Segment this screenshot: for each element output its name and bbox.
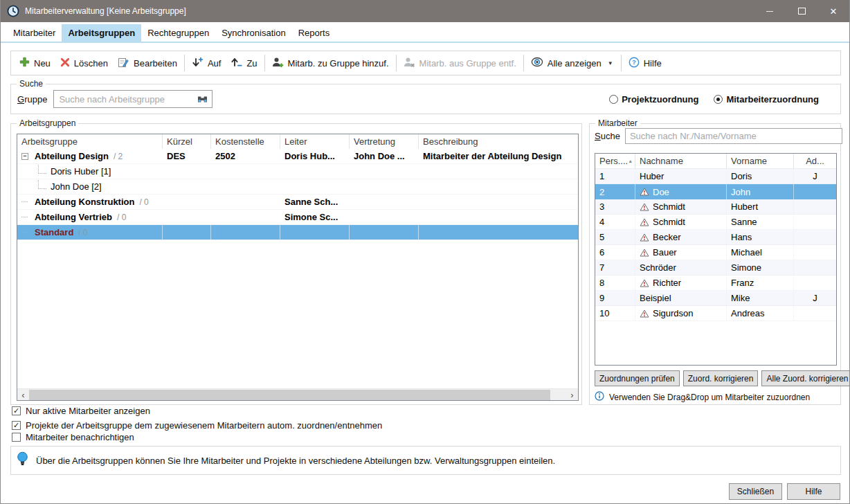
help-button[interactable]: ? Hilfe: [624, 53, 667, 73]
radio-projektzuordnung[interactable]: Projektzuordnung: [609, 94, 698, 105]
column-header-leiter[interactable]: Leiter: [280, 134, 350, 149]
window-controls: ✕: [754, 0, 849, 22]
lightbulb-icon: [17, 451, 28, 469]
scrollbar-thumb[interactable]: [29, 390, 550, 400]
warning-icon: [640, 188, 649, 196]
edit-button[interactable]: Bearbeiten: [113, 53, 182, 73]
groups-table: Arbeitsgruppe Kürzel Kostenstelle Leiter…: [17, 134, 579, 401]
tree-branch-icon: [21, 232, 28, 233]
toolbar-separator: [621, 55, 622, 71]
group-row-abteilung-konstruktion[interactable]: Abteilung Konstruktion / 0 Sanne Sch...: [17, 195, 578, 210]
employee-row[interactable]: 5 Becker Hans: [595, 230, 836, 245]
search-groupbox: Suche Gruppe Projektzuordnung: [10, 84, 841, 114]
radio-circle: [609, 95, 618, 104]
warning-icon: [640, 218, 649, 226]
tab-reports[interactable]: Reports: [292, 24, 336, 42]
employee-row[interactable]: 3 Schmidt Hubert: [595, 199, 836, 215]
column-header-kuerzel[interactable]: Kürzel: [163, 134, 211, 149]
toolbar-separator: [264, 55, 265, 71]
employee-row[interactable]: 8 Richter Franz: [595, 276, 836, 291]
warning-icon: [640, 309, 649, 318]
maximize-button[interactable]: [786, 0, 817, 22]
column-header-vertretung[interactable]: Vertretung: [350, 134, 419, 149]
group-search-input[interactable]: [53, 90, 212, 108]
employee-search-label: Suche: [595, 131, 620, 141]
radio-circle: [714, 95, 723, 104]
horizontal-scrollbar[interactable]: ‹ ›: [17, 388, 578, 400]
new-button[interactable]: Neu: [15, 53, 55, 73]
employee-row[interactable]: 7 Schröder Simone: [595, 260, 836, 276]
tree-branch-icon: [38, 180, 46, 189]
tree-branch-icon: [38, 165, 46, 174]
employee-row[interactable]: 1 Huber Doris J: [595, 169, 836, 184]
group-member-row-john-doe[interactable]: John Doe [2]: [17, 179, 578, 195]
correct-all-assignments-button[interactable]: Alle Zuord. korrigieren: [761, 370, 850, 386]
maximize-icon: [798, 8, 806, 15]
tab-mitarbeiter[interactable]: Mitarbeiter: [7, 24, 62, 42]
employee-row[interactable]: 10 Sigurdson Andreas: [595, 306, 836, 321]
checkbox-icon: ✓: [12, 421, 21, 430]
minimize-button[interactable]: [754, 0, 786, 22]
employees-groupbox: Mitarbeiter Suche Pers.... ▲ Nachname Vo…: [589, 123, 841, 405]
collapse-icon[interactable]: −: [21, 153, 28, 160]
scroll-left-icon[interactable]: ‹: [17, 389, 29, 401]
column-header-persnr[interactable]: Pers.... ▲: [595, 154, 635, 168]
eye-icon: [531, 57, 543, 69]
checkbox-active-employees[interactable]: ✓ Nur aktive Mitarbeiter anzeigen: [12, 405, 635, 416]
minimize-icon: [766, 11, 773, 12]
checkbox-notify-employees[interactable]: ✓ Mitarbeiter benachrichtigen: [12, 431, 635, 442]
employee-row[interactable]: 4 Schmidt Sanne: [595, 215, 836, 230]
close-button[interactable]: ✕: [817, 0, 849, 22]
column-header-ad[interactable]: Ad...: [794, 154, 836, 168]
warning-icon: [640, 233, 649, 242]
help-icon: ?: [629, 57, 640, 70]
edit-icon: [118, 57, 129, 70]
close-dialog-button[interactable]: Schließen: [729, 483, 782, 500]
employee-row[interactable]: 6 Bauer Michael: [595, 245, 836, 260]
column-header-arbeitsgruppe[interactable]: Arbeitsgruppe: [17, 134, 163, 149]
help-dialog-button[interactable]: Hilfe: [787, 483, 840, 500]
toolbar-separator: [396, 55, 397, 71]
correct-assignment-button[interactable]: Zuord. korrigieren: [683, 370, 759, 386]
tab-synchronisation[interactable]: Synchronisation: [215, 24, 292, 42]
column-header-vorname[interactable]: Vorname: [727, 154, 794, 168]
titlebar: Mitarbeiterverwaltung [Keine Arbeitsgrup…: [1, 0, 849, 22]
show-all-dropdown-icon[interactable]: ▼: [606, 60, 619, 66]
column-header-kostenstelle[interactable]: Kostenstelle: [211, 134, 280, 149]
column-header-nachname[interactable]: Nachname: [635, 154, 727, 168]
tab-arbeitsgruppen[interactable]: Arbeitsgruppen: [62, 24, 141, 42]
remove-from-group-button[interactable]: Mitarb. aus Gruppe entf.: [399, 53, 521, 73]
person-add-icon: [272, 57, 284, 70]
radio-mitarbeiterzuordnung[interactable]: Mitarbeiterzuordnung: [714, 94, 819, 105]
groups-groupbox: Arbeitsgruppen Arbeitsgruppe Kürzel Kost…: [10, 123, 582, 405]
toolbar-separator: [523, 55, 524, 71]
column-header-beschreibung[interactable]: Beschreibung: [419, 134, 578, 149]
move-down-button[interactable]: Zu: [226, 53, 262, 73]
show-all-button[interactable]: Alle anzeigen: [526, 53, 606, 73]
group-row-abteilung-vertrieb[interactable]: Abteilung Vertrieb / 0 Simone Sc...: [17, 210, 578, 225]
toolbar-separator: [184, 55, 185, 71]
checkbox-auto-assign-projects[interactable]: ✓ Projekte der Arbeitsgruppe dem zugewie…: [12, 420, 635, 431]
delete-button[interactable]: Löschen: [55, 53, 113, 73]
sort-asc-icon: ▲: [628, 159, 634, 163]
tab-rechtegruppen[interactable]: Rechtegruppen: [141, 24, 215, 42]
group-row-standard[interactable]: Standard / 0: [17, 225, 578, 240]
employees-table-header: Pers.... ▲ Nachname Vorname Ad...: [595, 154, 836, 169]
employee-row-selected[interactable]: 2 Doe John: [595, 184, 836, 199]
employee-row[interactable]: 9 Beispiel Mike J: [595, 291, 836, 306]
add-to-group-button[interactable]: Mitarb. zu Gruppe hinzuf.: [267, 53, 394, 73]
warning-icon: [640, 249, 649, 257]
window-title: Mitarbeiterverwaltung [Keine Arbeitsgrup…: [25, 6, 186, 16]
groups-table-header: Arbeitsgruppe Kürzel Kostenstelle Leiter…: [17, 134, 578, 149]
dragdrop-hint: Verwenden Sie Drag&Drop um Mitarbeiter z…: [595, 391, 810, 403]
tree-branch-icon: [21, 201, 28, 202]
group-member-row-doris-huber[interactable]: Doris Huber [1]: [17, 164, 578, 179]
tip-text: Über die Arbeitsgruppen können Sie Ihre …: [36, 456, 555, 466]
check-assignments-button[interactable]: Zuordnungen prüfen: [595, 370, 680, 386]
employee-search-input[interactable]: [625, 128, 842, 144]
binoculars-icon: [197, 95, 208, 104]
move-up-button[interactable]: Auf: [187, 53, 226, 73]
group-row-abteilung-design[interactable]: − Abteilung Design / 2 DES 2502 Doris Hu…: [17, 149, 578, 164]
options-section: ✓ Nur aktive Mitarbeiter anzeigen ✓ Proj…: [12, 405, 635, 442]
scroll-right-icon[interactable]: ›: [566, 389, 578, 401]
